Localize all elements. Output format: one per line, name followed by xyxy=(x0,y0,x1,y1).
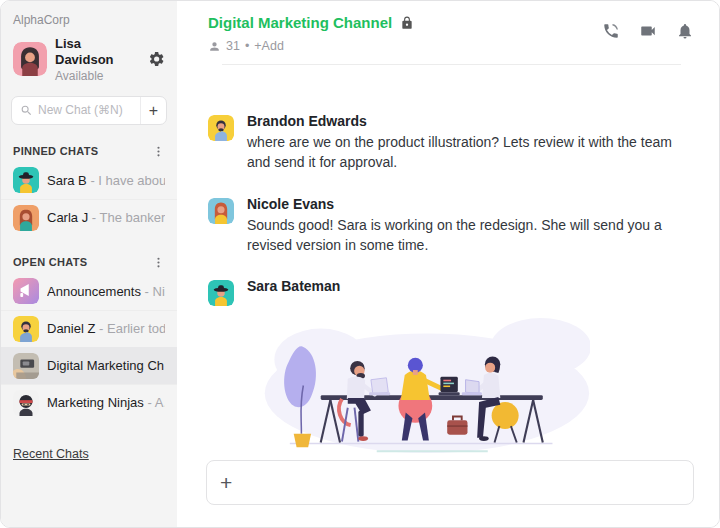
phone-icon[interactable] xyxy=(602,22,620,40)
message-input[interactable] xyxy=(242,475,680,490)
avatar xyxy=(208,198,234,224)
avatar xyxy=(208,115,234,141)
chat-name: Daniel Z xyxy=(47,321,95,336)
chat-name: Digital Marketing Ch… xyxy=(47,358,165,373)
sidebar-item-daniel-z[interactable]: Daniel Z - Earlier tod… xyxy=(1,310,177,347)
new-chat-plus-button[interactable]: + xyxy=(140,97,166,124)
new-chat-searchbox: + xyxy=(11,96,167,125)
channel-view: Digital Marketing Channel 31 • +Add xyxy=(177,1,719,527)
avatar xyxy=(13,205,39,231)
chat-name: Marketing Ninjas xyxy=(47,395,144,410)
members-icon xyxy=(208,40,221,53)
avatar xyxy=(13,316,39,342)
chat-preview: - I have abou… xyxy=(90,173,165,188)
sidebar-item-carla-j[interactable]: Carla J - The banker… xyxy=(1,199,177,236)
sidebar-item-marketing-ninjas[interactable]: Marketing Ninjas - A… xyxy=(1,384,177,421)
chat-name: Sara B xyxy=(47,173,87,188)
chat-preview: - The banker… xyxy=(92,210,165,225)
message: Nicole Evans Sounds good! Sara is workin… xyxy=(208,196,695,256)
meta-separator: • xyxy=(245,39,249,53)
channel-title: Digital Marketing Channel xyxy=(208,14,392,31)
avatar xyxy=(13,42,47,76)
message: Sara Bateman xyxy=(208,278,695,306)
bell-icon[interactable] xyxy=(676,22,694,40)
message-composer: + xyxy=(206,460,694,505)
chat-preview: - Ni… xyxy=(145,284,165,299)
open-chats-title: OPEN CHATS xyxy=(13,256,87,268)
lock-icon xyxy=(400,16,414,30)
message-author: Nicole Evans xyxy=(247,196,695,212)
recent-chats-link[interactable]: Recent Chats xyxy=(13,447,89,461)
chat-preview: - A… xyxy=(147,395,165,410)
message-text: Sounds good! Sara is working on the rede… xyxy=(247,215,695,256)
chat-preview: - Earlier tod… xyxy=(99,321,165,336)
user-profile: Lisa Davidson Available xyxy=(13,36,165,83)
open-menu-dots-icon[interactable] xyxy=(152,256,165,269)
pinned-chats-title: PINNED CHATS xyxy=(13,145,98,157)
sidebar-item-announcements[interactable]: Announcements - Ni… xyxy=(1,273,177,310)
ninja-avatar xyxy=(13,390,39,416)
search-input[interactable] xyxy=(38,103,140,117)
sidebar-item-digital-marketing[interactable]: Digital Marketing Ch… xyxy=(1,347,177,384)
sidebar-item-sara-b[interactable]: Sara B - I have abou… xyxy=(1,162,177,199)
megaphone-avatar xyxy=(13,278,39,304)
team-illustration-image[interactable] xyxy=(260,316,590,456)
video-camera-icon[interactable] xyxy=(639,22,657,40)
avatar xyxy=(208,280,234,306)
chat-name: Carla J xyxy=(47,210,88,225)
message-author: Sara Bateman xyxy=(247,278,340,294)
chat-name: Announcements xyxy=(47,284,141,299)
message-text: where are we on the product illustration… xyxy=(247,132,695,173)
gear-icon[interactable] xyxy=(148,50,165,68)
workspace-avatar xyxy=(13,353,39,379)
user-name: Lisa Davidson xyxy=(55,36,140,69)
member-count: 31 xyxy=(226,39,240,53)
sidebar: AlphaCorp Lisa Davidson Available + xyxy=(1,1,177,527)
user-status: Available xyxy=(55,69,140,83)
search-icon xyxy=(20,104,33,117)
org-name: AlphaCorp xyxy=(1,1,177,27)
message-author: Brandon Edwards xyxy=(247,113,695,129)
message: Brandon Edwards where are we on the prod… xyxy=(208,113,695,173)
attach-plus-button[interactable]: + xyxy=(220,472,232,493)
message-list: Brandon Edwards where are we on the prod… xyxy=(177,65,719,460)
add-member-button[interactable]: +Add xyxy=(254,39,284,53)
avatar xyxy=(13,167,39,193)
pinned-menu-dots-icon[interactable] xyxy=(152,145,165,158)
chat-app-window: AlphaCorp Lisa Davidson Available + xyxy=(0,0,720,528)
